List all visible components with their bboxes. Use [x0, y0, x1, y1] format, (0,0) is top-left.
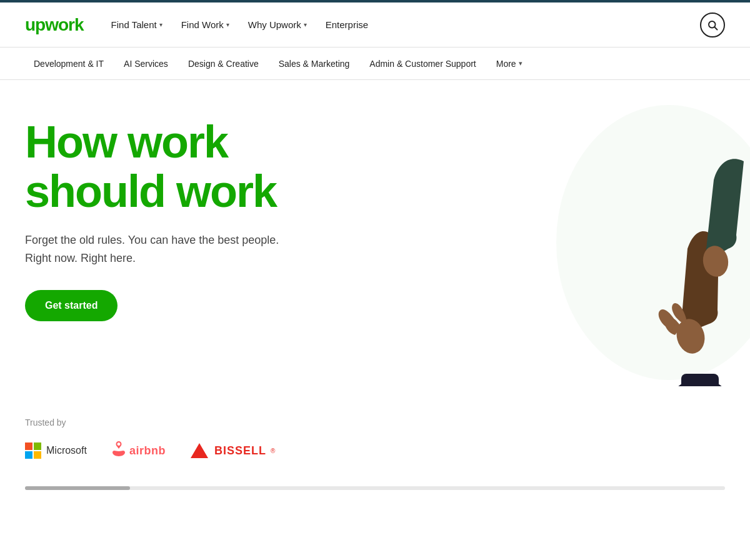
- enterprise-label: Enterprise: [326, 19, 368, 30]
- subnav-sales-label: Sales & Marketing: [279, 59, 350, 69]
- trusted-section: Trusted by Microsoft airbnb: [0, 392, 750, 486]
- hero-subtitle-line1: Forget the old rules. You can have the b…: [25, 234, 279, 246]
- subnav-sales[interactable]: Sales & Marketing: [270, 52, 359, 75]
- main-nav: Find Talent ▾ Find Work ▾ Why Upwork ▾ E…: [104, 14, 376, 35]
- find-work-chevron: ▾: [226, 21, 229, 28]
- search-button[interactable]: [700, 12, 725, 38]
- get-started-button[interactable]: Get started: [25, 290, 118, 321]
- nav-why-upwork[interactable]: Why Upwork ▾: [241, 14, 314, 35]
- airbnb-icon: [112, 440, 126, 461]
- find-talent-chevron: ▾: [159, 21, 162, 28]
- sub-nav: Development & IT AI Services Design & Cr…: [0, 48, 750, 80]
- find-work-label: Find Work: [181, 19, 224, 30]
- logo[interactable]: upwork: [25, 15, 84, 35]
- airbnb-logo: airbnb: [112, 440, 166, 461]
- subnav-admin-label: Admin & Customer Support: [369, 59, 476, 69]
- airbnb-text: airbnb: [129, 444, 166, 458]
- find-talent-label: Find Talent: [111, 19, 157, 30]
- subnav-development[interactable]: Development & IT: [25, 52, 112, 75]
- bissell-logo: BISSELL ®: [191, 443, 275, 458]
- hero-content: How work should work Forget the old rule…: [25, 118, 462, 321]
- subnav-design-label: Design & Creative: [188, 59, 259, 69]
- header-left: upwork Find Talent ▾ Find Work ▾ Why Upw…: [25, 14, 376, 35]
- svg-rect-6: [681, 374, 719, 386]
- bissell-triangle-icon: [191, 443, 208, 458]
- ms-square-yellow: [34, 451, 41, 459]
- hero-title-line1: How work: [25, 117, 228, 167]
- subnav-ai[interactable]: AI Services: [115, 52, 177, 75]
- ms-square-red: [25, 442, 32, 450]
- bissell-text: BISSELL: [214, 444, 266, 458]
- search-icon: [707, 19, 718, 31]
- header-right: [700, 12, 725, 38]
- hero-svg: [519, 99, 750, 386]
- subnav-development-label: Development & IT: [34, 59, 104, 69]
- scroll-indicator-container: [0, 486, 750, 502]
- why-upwork-label: Why Upwork: [248, 19, 301, 30]
- ms-square-blue: [25, 451, 32, 459]
- ms-square-green: [34, 442, 41, 450]
- scroll-indicator: [25, 486, 725, 490]
- subnav-admin[interactable]: Admin & Customer Support: [361, 52, 484, 75]
- trusted-logos: Microsoft airbnb BISSELL ®: [25, 440, 725, 461]
- subnav-ai-label: AI Services: [124, 59, 168, 69]
- hero-subtitle: Forget the old rules. You can have the b…: [25, 231, 462, 268]
- header: upwork Find Talent ▾ Find Work ▾ Why Upw…: [0, 2, 750, 48]
- hero-illustration: [519, 99, 750, 386]
- microsoft-text: Microsoft: [46, 445, 87, 456]
- hero-title: How work should work: [25, 118, 462, 216]
- nav-find-work[interactable]: Find Work ▾: [174, 14, 237, 35]
- nav-enterprise[interactable]: Enterprise: [318, 14, 376, 35]
- microsoft-logo: Microsoft: [25, 442, 87, 459]
- scroll-thumb[interactable]: [25, 486, 130, 490]
- subnav-more-chevron: ▾: [519, 59, 522, 68]
- microsoft-grid-icon: [25, 442, 41, 459]
- hero-title-line2: should work: [25, 166, 276, 216]
- hero-section: How work should work Forget the old rule…: [0, 80, 750, 392]
- trusted-label: Trusted by: [25, 418, 725, 428]
- subnav-more-label: More: [496, 59, 516, 69]
- why-upwork-chevron: ▾: [304, 21, 307, 28]
- nav-find-talent[interactable]: Find Talent ▾: [104, 14, 170, 35]
- subnav-more[interactable]: More ▾: [488, 52, 531, 75]
- svg-point-0: [709, 21, 716, 28]
- hero-subtitle-line2: Right now. Right here.: [25, 252, 136, 264]
- bissell-trademark: ®: [271, 448, 275, 454]
- subnav-design[interactable]: Design & Creative: [179, 52, 268, 75]
- svg-line-1: [715, 27, 718, 29]
